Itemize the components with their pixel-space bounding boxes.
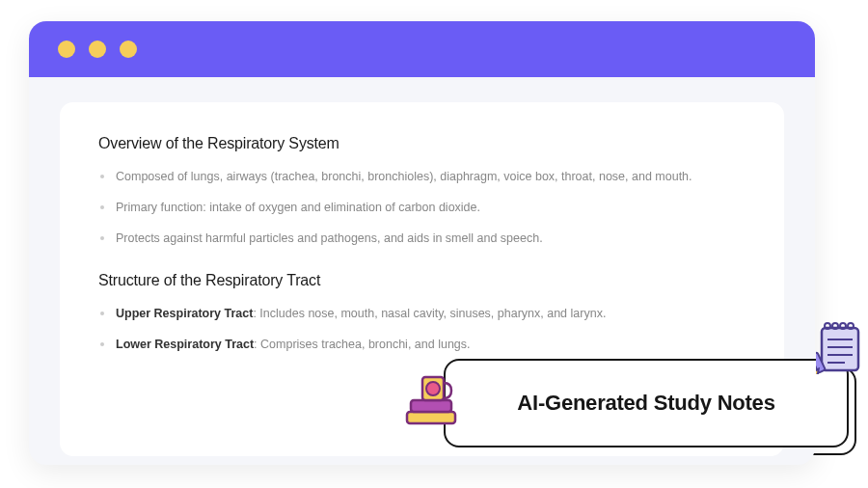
bullet-list: Composed of lungs, airways (trachea, bro… bbox=[98, 168, 746, 247]
books-mug-icon bbox=[403, 369, 459, 427]
section-heading: Overview of the Respiratory System bbox=[98, 135, 746, 152]
caption-title: AI-Generated Study Notes bbox=[517, 391, 774, 416]
section-heading: Structure of the Respiratory Tract bbox=[98, 272, 746, 289]
notepad-pencil-icon bbox=[816, 320, 862, 374]
list-item: Lower Respiratory Tract: Comprises trach… bbox=[98, 336, 746, 354]
list-item-term: Lower Respiratory Tract bbox=[116, 338, 254, 351]
window-control-dot[interactable] bbox=[58, 41, 75, 58]
list-item: Protects against harmful particles and p… bbox=[98, 230, 746, 248]
window-control-dot[interactable] bbox=[89, 41, 106, 58]
list-item-desc: : Includes nose, mouth, nasal cavity, si… bbox=[253, 307, 606, 320]
svg-point-5 bbox=[825, 323, 830, 329]
caption-card: AI-Generated Study Notes bbox=[444, 359, 849, 447]
svg-rect-0 bbox=[407, 412, 455, 423]
window-control-dot[interactable] bbox=[120, 41, 137, 58]
list-item-term: Upper Respiratory Tract bbox=[116, 307, 253, 320]
svg-point-3 bbox=[426, 382, 440, 395]
list-item: Primary function: intake of oxygen and e… bbox=[98, 199, 746, 217]
window-titlebar bbox=[29, 21, 815, 77]
svg-point-6 bbox=[832, 323, 838, 329]
svg-point-7 bbox=[840, 323, 846, 329]
svg-point-8 bbox=[848, 323, 854, 329]
list-item-desc: : Comprises trachea, bronchi, and lungs. bbox=[254, 338, 470, 351]
bullet-list: Upper Respiratory Tract: Includes nose, … bbox=[98, 305, 746, 354]
list-item: Composed of lungs, airways (trachea, bro… bbox=[98, 168, 746, 186]
svg-rect-4 bbox=[822, 328, 858, 370]
svg-rect-1 bbox=[411, 400, 451, 412]
list-item: Upper Respiratory Tract: Includes nose, … bbox=[98, 305, 746, 323]
